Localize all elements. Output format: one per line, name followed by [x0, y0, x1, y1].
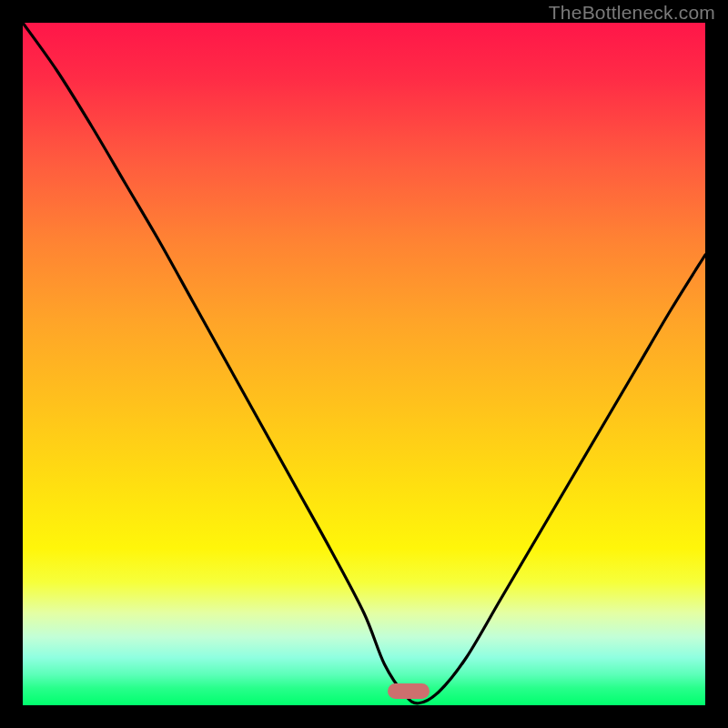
plot-area: [23, 23, 705, 705]
optimum-marker: [388, 683, 430, 699]
watermark-text: TheBottleneck.com: [549, 2, 715, 24]
chart-frame: TheBottleneck.com: [0, 0, 728, 728]
bottleneck-curve: [23, 23, 705, 705]
